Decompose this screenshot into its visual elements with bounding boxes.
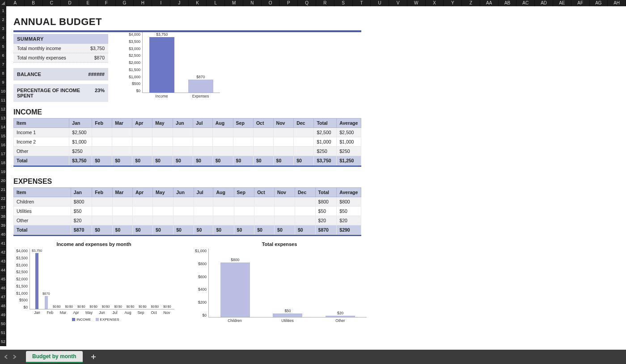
value-cell[interactable] [92, 128, 112, 137]
value-cell[interactable] [152, 128, 173, 137]
value-cell[interactable] [254, 216, 275, 225]
col-header[interactable]: A [6, 0, 25, 6]
value-cell[interactable] [273, 147, 294, 156]
col-header[interactable]: M [225, 0, 243, 6]
worksheet[interactable]: ANNUAL BUDGET SUMMARY Total monthly inco… [6, 6, 626, 350]
value-cell[interactable] [92, 147, 112, 156]
row-header[interactable]: 49 [0, 310, 6, 319]
value-cell[interactable]: $1,000 [69, 137, 92, 147]
column-headers[interactable]: ABCDEFGHIJKLMNOPQRSTUVWXYZAAABACADAEAFAG… [6, 0, 626, 6]
table-total-row[interactable]: Total$3,750$0$0$0$0$0$0$0$0$0$0$0$3,750$… [14, 156, 361, 165]
item-cell[interactable]: Other [14, 216, 71, 225]
value-cell[interactable] [234, 216, 254, 225]
row-header[interactable]: 18 [0, 158, 6, 167]
value-cell[interactable] [213, 207, 234, 216]
row-header[interactable]: 38 [0, 212, 6, 221]
value-cell[interactable] [92, 197, 112, 207]
col-header[interactable]: P [279, 0, 298, 6]
row-header[interactable]: 8 [0, 69, 6, 78]
row-header[interactable]: 51 [0, 328, 6, 337]
value-cell[interactable] [132, 137, 152, 147]
row-header[interactable]: 6 [0, 51, 6, 60]
row-header[interactable]: 7 [0, 60, 6, 69]
total-cell[interactable]: $50 [315, 207, 337, 216]
value-cell[interactable] [253, 137, 273, 147]
value-cell[interactable] [294, 128, 314, 137]
avg-cell[interactable]: $20 [337, 216, 361, 225]
value-cell[interactable] [233, 128, 253, 137]
col-header[interactable]: AF [571, 0, 590, 6]
col-header[interactable]: AB [499, 0, 517, 6]
value-cell[interactable]: $20 [71, 216, 92, 225]
row-header[interactable]: 15 [0, 131, 6, 140]
value-cell[interactable] [234, 197, 254, 207]
col-header[interactable]: C [43, 0, 61, 6]
row-header[interactable]: 17 [0, 149, 6, 158]
total-cell[interactable]: $2,500 [314, 128, 337, 137]
summary-row-expenses[interactable]: Total monthly expenses $870 [13, 53, 108, 63]
tab-scroll-right-icon[interactable] [11, 353, 18, 360]
row-header[interactable]: 52 [0, 337, 6, 346]
value-cell[interactable] [132, 197, 152, 207]
table-row[interactable]: Other$20$20$20 [14, 216, 361, 225]
value-cell[interactable] [132, 207, 152, 216]
value-cell[interactable] [275, 207, 295, 216]
value-cell[interactable] [132, 147, 152, 156]
value-cell[interactable] [173, 128, 193, 137]
value-cell[interactable] [213, 216, 234, 225]
col-header[interactable]: K [189, 0, 207, 6]
value-cell[interactable]: $800 [71, 197, 92, 207]
value-cell[interactable] [173, 137, 193, 147]
row-header[interactable]: 14 [0, 123, 6, 131]
value-cell[interactable] [295, 207, 315, 216]
value-cell[interactable] [173, 197, 194, 207]
col-header[interactable]: AG [590, 0, 608, 6]
col-header[interactable]: AC [516, 0, 535, 6]
value-cell[interactable] [254, 207, 275, 216]
row-header[interactable]: 40 [0, 230, 6, 239]
row-header[interactable]: 11 [0, 96, 6, 105]
summary-row-income[interactable]: Total monthly income $3,750 [13, 44, 108, 53]
row-header[interactable]: 21 [0, 185, 6, 194]
row-header[interactable]: 2 [0, 15, 6, 24]
select-all-corner[interactable] [0, 0, 7, 6]
value-cell[interactable] [173, 207, 194, 216]
value-cell[interactable] [254, 197, 275, 207]
row-header[interactable]: 42 [0, 248, 6, 257]
value-cell[interactable] [233, 147, 253, 156]
col-header[interactable]: AD [535, 0, 553, 6]
col-header[interactable]: Z [462, 0, 480, 6]
value-cell[interactable] [234, 207, 254, 216]
avg-cell[interactable]: $1,000 [337, 137, 361, 147]
row-header[interactable]: 37 [0, 203, 6, 212]
col-header[interactable]: L [207, 0, 225, 6]
value-cell[interactable] [153, 207, 173, 216]
percent-spent-row[interactable]: PERCENTAGE OF INCOME SPENT 23% [13, 84, 108, 102]
value-cell[interactable]: $250 [69, 147, 92, 156]
value-cell[interactable] [193, 147, 213, 156]
item-cell[interactable]: Income 2 [14, 137, 69, 147]
value-cell[interactable] [132, 128, 152, 137]
avg-cell[interactable]: $800 [337, 197, 361, 207]
item-cell[interactable]: Income 1 [14, 128, 69, 137]
row-header[interactable]: 43 [0, 257, 6, 266]
avg-cell[interactable]: $2,500 [337, 128, 361, 137]
value-cell[interactable] [275, 216, 295, 225]
value-cell[interactable] [253, 128, 273, 137]
value-cell[interactable] [273, 128, 294, 137]
row-header[interactable]: 5 [0, 42, 6, 51]
col-header[interactable]: AA [480, 0, 499, 6]
value-cell[interactable] [273, 137, 294, 147]
col-header[interactable]: I [152, 0, 170, 6]
row-header[interactable]: 10 [0, 87, 6, 96]
row-header[interactable]: 20 [0, 176, 6, 185]
value-cell[interactable] [132, 216, 152, 225]
balance-row[interactable]: BALANCE ###### [13, 68, 108, 80]
value-cell[interactable] [92, 207, 112, 216]
expenses-table[interactable]: ItemJanFebMarAprMayJunJulAugSepOctNovDec… [13, 187, 361, 235]
total-cell[interactable]: $1,000 [314, 137, 337, 147]
value-cell[interactable] [153, 197, 173, 207]
row-header[interactable]: 4 [0, 33, 6, 42]
col-header[interactable]: W [407, 0, 426, 6]
col-header[interactable]: H [134, 0, 152, 6]
